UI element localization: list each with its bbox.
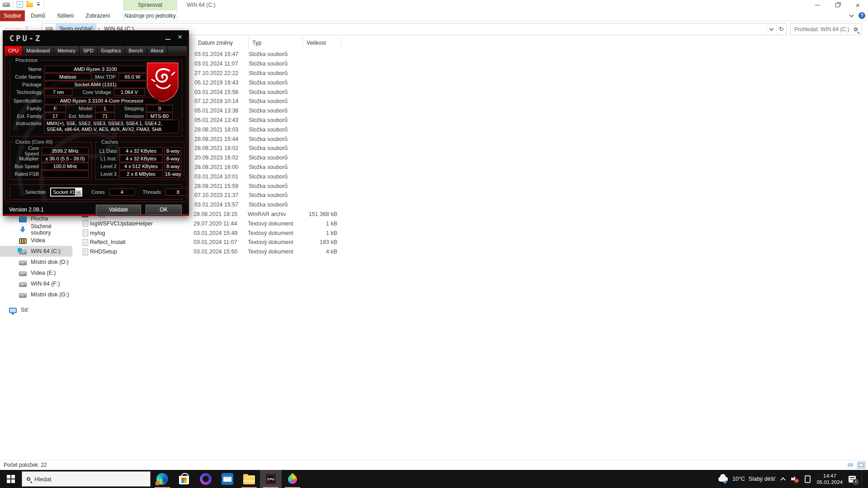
- cpuz-tab[interactable]: Graphics: [98, 46, 125, 55]
- sidebar-item[interactable]: Videa: [0, 235, 72, 246]
- cpuz-minimize-button[interactable]: [165, 34, 170, 40]
- code-name-value: Matisse: [44, 73, 91, 80]
- details-view-icon[interactable]: [846, 462, 854, 469]
- cpuz-tab[interactable]: About: [147, 46, 168, 55]
- volume-muted-icon[interactable]: [791, 475, 799, 483]
- file-row[interactable]: 05.12.2019 19:43 Složka souborů: [72, 78, 868, 87]
- taskbar-search-input[interactable]: Hledat: [22, 471, 151, 487]
- cast-device-icon[interactable]: [805, 475, 811, 483]
- cpuz-tab[interactable]: Memory: [54, 46, 80, 55]
- ribbon-tab[interactable]: Sdílení: [51, 10, 80, 21]
- address-dropdown-icon[interactable]: [766, 23, 776, 35]
- file-row[interactable]: 28.08.2021 15:59 Složka souborů: [72, 181, 868, 191]
- close-button[interactable]: ×: [848, 0, 868, 10]
- file-row[interactable]: 28.08.2021 18:03 Složka souborů: [72, 125, 868, 134]
- taskbar-app-button[interactable]: [195, 470, 217, 488]
- file-date: 03.01.2024 15:49: [193, 230, 248, 236]
- cpuz-window: CPU-Z × CPU Mainboard Memory SPD Graphic…: [3, 30, 189, 216]
- taskbar-app-button[interactable]: [151, 470, 173, 488]
- taskbar-app-button[interactable]: [282, 470, 303, 488]
- icons-view-icon[interactable]: [857, 462, 865, 469]
- sidebar-item[interactable]: Síť: [0, 305, 72, 315]
- file-row[interactable]: RHDSetup 03.01.2024 15:50 Textový dokume…: [72, 247, 868, 257]
- validate-button[interactable]: Validate: [96, 205, 141, 215]
- cpuz-tab[interactable]: CPU: [5, 46, 23, 55]
- taskbar-app-button[interactable]: [260, 470, 282, 488]
- taskbar-app-button[interactable]: [217, 470, 238, 488]
- taskbar-clock[interactable]: 14:47 05.01.2024: [816, 473, 843, 485]
- column-header-size[interactable]: Velikost: [303, 37, 341, 49]
- file-row[interactable]: 07.12.2019 10:14 Složka souborů: [72, 97, 868, 106]
- column-header-date[interactable]: Datum změny: [194, 37, 249, 49]
- specification-label: Specification: [13, 98, 42, 103]
- sidebar-item[interactable]: WIN 64 (C:): [0, 246, 72, 257]
- sidebar-item[interactable]: Místní disk (D:): [0, 257, 72, 267]
- clocks-group: Clocks (Core #0) Core Speed 3599.2 MHz M…: [9, 142, 92, 180]
- file-row[interactable]: 28.08.2021 18:02 Složka souborů: [72, 144, 868, 153]
- cache-label: Level 2: [99, 164, 118, 169]
- file-row[interactable]: 03.01.2024 15:57 Složka souborů: [72, 200, 868, 210]
- show-desktop-button[interactable]: [862, 470, 864, 488]
- cpuz-tab[interactable]: SPD: [80, 46, 98, 55]
- file-row[interactable]: 03.01.2024 15:56 Složka souborů: [72, 87, 868, 97]
- file-row[interactable]: 28.08.2021 15:44 Složka souborů: [72, 134, 868, 144]
- model-value: 1: [95, 105, 115, 112]
- combo-arrow-icon[interactable]: [75, 188, 81, 196]
- ribbon-collapse-icon[interactable]: [849, 13, 854, 17]
- taskbar: Hledat: [0, 470, 868, 488]
- search-input[interactable]: Prohledat: WIN 64 (C:): [790, 23, 862, 35]
- file-list: 03.01.2024 15:47 Složka souborů 03.01.20…: [72, 50, 868, 257]
- file-row[interactable]: 05.01.2024 13:38 Složka souborů: [72, 106, 868, 116]
- sidebar-item[interactable]: Stažené soubory: [0, 224, 72, 235]
- file-row[interactable]: mylog 03.01.2024 15:49 Textový dokument …: [72, 228, 868, 238]
- ribbon-context-header: Spravovat: [123, 0, 177, 10]
- file-row[interactable]: 03.01.2024 11:07 Složka souborů: [72, 59, 868, 69]
- new-folder-icon[interactable]: [26, 2, 33, 7]
- file-row[interactable]: 05.01.2024 13:43 Složka souborů: [72, 116, 868, 125]
- cpuz-close-button[interactable]: ×: [178, 33, 182, 42]
- tab-nastroje-pro-jednotky[interactable]: Nástroje pro jednotky: [123, 10, 177, 21]
- restore-button[interactable]: [827, 0, 848, 10]
- file-row[interactable]: logWSFVCUpdateHelper 29.07.2020 11:44 Te…: [72, 219, 868, 228]
- file-row[interactable]: 20.09.2023 16:02 Složka souborů: [72, 153, 868, 163]
- help-icon[interactable]: [859, 12, 865, 19]
- file-type: Textový dokument: [248, 221, 302, 227]
- file-type: Složka souborů: [249, 127, 303, 133]
- file-date: 28.08.2021 16:00: [194, 164, 249, 170]
- ok-button[interactable]: OK: [146, 205, 182, 215]
- cpuz-tab[interactable]: Bench: [125, 46, 147, 55]
- action-center-icon[interactable]: 4: [849, 476, 856, 483]
- sidebar-item-label: Videa: [31, 237, 45, 244]
- tab-soubor[interactable]: Soubor: [0, 10, 25, 21]
- taskbar-app-button[interactable]: [238, 470, 260, 488]
- file-row[interactable]: 07.10.2023 21:37 Složka souborů: [72, 191, 868, 200]
- start-button[interactable]: [0, 470, 22, 488]
- file-row[interactable]: Reflect_Install 03.01.2024 11:07 Textový…: [72, 238, 868, 247]
- customize-toolbar-caret-icon[interactable]: [36, 2, 41, 7]
- sidebar-item[interactable]: Videa (E:): [0, 267, 72, 278]
- column-header-type[interactable]: Typ: [249, 37, 303, 49]
- file-row[interactable]: fotky_revize 28.08.2021 18:15 WinRAR arc…: [72, 210, 868, 219]
- sidebar-item[interactable]: Místní disk (G:): [0, 289, 72, 300]
- cache-label: L1 Data: [99, 148, 118, 154]
- file-type: Složka souborů: [249, 70, 303, 76]
- file-row[interactable]: 03.01.2024 15:47 Složka souborů: [72, 50, 868, 59]
- weather-widget[interactable]: 10°C Slabý déšť: [718, 476, 776, 482]
- caches-group: Caches L1 Data 4 x 32 KBytes 8-way L1 In…: [95, 142, 184, 180]
- clocks-group-label: Clocks (Core #0): [14, 139, 55, 145]
- cpuz-tabs: CPU Mainboard Memory SPD Graphics Bench …: [5, 46, 187, 55]
- tray-overflow-icon[interactable]: [781, 477, 786, 482]
- minimize-button[interactable]: [807, 0, 827, 10]
- sidebar-item[interactable]: WIN 64 (F:): [0, 278, 72, 289]
- file-row[interactable]: 03.01.2024 10:01 Složka souborů: [72, 172, 868, 181]
- file-row[interactable]: 27.10.2022 22:22 Složka souborů: [72, 69, 868, 78]
- file-row[interactable]: 28.08.2021 16:00 Složka souborů: [72, 163, 868, 172]
- properties-icon[interactable]: [17, 1, 23, 8]
- socket-select[interactable]: Socket #1: [50, 188, 82, 197]
- refresh-icon[interactable]: ↻: [776, 23, 786, 35]
- taskbar-app-button[interactable]: [173, 470, 195, 488]
- ribbon-tab[interactable]: Zobrazení: [80, 10, 116, 21]
- cpuz-titlebar[interactable]: CPU-Z ×: [3, 31, 189, 46]
- ribbon-tab[interactable]: Domů: [25, 10, 51, 21]
- cpuz-tab[interactable]: Mainboard: [23, 46, 54, 55]
